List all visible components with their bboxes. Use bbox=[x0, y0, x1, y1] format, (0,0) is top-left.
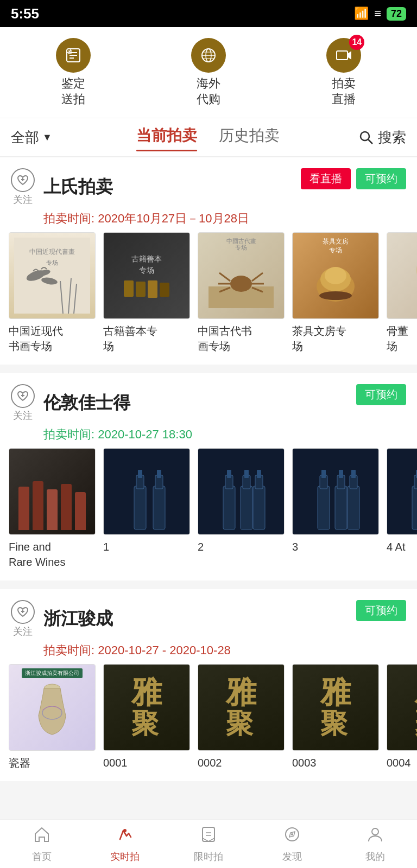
svg-text:专场: 专场 bbox=[46, 259, 58, 266]
item-image: 骨董 bbox=[387, 232, 417, 319]
svg-rect-59 bbox=[335, 486, 347, 529]
appraise-icon: 鉴 bbox=[56, 38, 91, 73]
action-live[interactable]: 14 拍卖直播 bbox=[326, 38, 361, 107]
list-item[interactable]: 骨董 骨董场 bbox=[387, 232, 417, 354]
section-zhejiang: 关注 浙江骏成 可预约 拍卖时间: 2020-10-27 - 2020-10-2… bbox=[0, 589, 417, 781]
svg-rect-44 bbox=[153, 486, 165, 529]
svg-point-35 bbox=[325, 267, 346, 284]
filter-all[interactable]: 全部 ▼ bbox=[11, 128, 52, 147]
nav-item-limited[interactable]: 限时拍 bbox=[167, 825, 250, 863]
list-item[interactable]: 中国近现代書畫 专场 bbox=[9, 232, 96, 354]
follow-heart-icon-zhejiang bbox=[11, 600, 35, 624]
nav-item-realtime[interactable]: 实时拍 bbox=[84, 825, 167, 863]
list-item[interactable]: 3 bbox=[292, 448, 379, 570]
nav-label-limited: 限时拍 bbox=[194, 850, 223, 863]
item-label: 4 At bbox=[387, 539, 417, 554]
item-image: 雅聚 bbox=[292, 664, 379, 751]
section-header-left: 关注 上氏拍卖 bbox=[11, 168, 113, 206]
section-badges-shangshi: 看直播 可预约 bbox=[301, 168, 406, 189]
nav-item-home[interactable]: 首页 bbox=[0, 825, 84, 863]
item-label: 0003 bbox=[292, 755, 379, 770]
tab-current[interactable]: 当前拍卖 bbox=[136, 125, 197, 149]
section-time-shangshi: 拍卖时间: 2020年10月27日－10月28日 bbox=[0, 210, 417, 232]
status-time: 5:55 bbox=[11, 5, 39, 22]
svg-point-75 bbox=[123, 829, 127, 832]
action-overseas[interactable]: 海外代购 bbox=[191, 38, 226, 107]
svg-rect-53 bbox=[253, 486, 265, 529]
menu-icon: ≡ bbox=[374, 7, 381, 21]
svg-point-12 bbox=[361, 132, 369, 141]
follow-zhejiang-button[interactable]: 关注 bbox=[11, 600, 35, 638]
nav-label-home: 首页 bbox=[32, 850, 52, 863]
svg-point-36 bbox=[319, 291, 352, 300]
svg-rect-49 bbox=[227, 470, 231, 478]
search-button[interactable]: 搜索 bbox=[358, 128, 406, 147]
list-item[interactable]: 茶具文房 专场 茶具文房专场 bbox=[292, 232, 379, 354]
item-label: 2 bbox=[198, 539, 285, 554]
section-header-left-zhejiang: 关注 浙江骏成 bbox=[11, 600, 113, 638]
reserve-badge-lundun[interactable]: 可预约 bbox=[356, 384, 406, 405]
follow-lundun-button[interactable]: 关注 bbox=[11, 384, 35, 422]
list-item[interactable]: 雅聚 0001 bbox=[103, 664, 190, 770]
svg-line-27 bbox=[219, 273, 230, 281]
follow-text: 关注 bbox=[13, 193, 33, 206]
section-title-zhejiang: 浙江骏成 bbox=[43, 607, 113, 631]
overseas-label: 海外代购 bbox=[197, 76, 220, 107]
svg-rect-61 bbox=[339, 470, 343, 478]
limited-icon bbox=[199, 825, 218, 848]
item-image bbox=[292, 448, 379, 535]
svg-rect-55 bbox=[257, 470, 261, 478]
nav-item-discover[interactable]: 发现 bbox=[250, 825, 334, 863]
item-image: 中国近现代書畫 专场 bbox=[9, 232, 96, 319]
list-item[interactable]: 雅聚 0003 bbox=[292, 664, 379, 770]
section-title-shangshi: 上氏拍卖 bbox=[43, 175, 113, 199]
item-image bbox=[198, 448, 285, 535]
item-image: 雅聚 bbox=[387, 664, 417, 751]
svg-rect-47 bbox=[223, 486, 235, 529]
follow-shangshi-button[interactable]: 关注 bbox=[11, 168, 35, 206]
svg-rect-52 bbox=[244, 470, 249, 478]
svg-point-26 bbox=[230, 276, 252, 292]
list-item[interactable]: Fine andRare Wines bbox=[9, 448, 96, 570]
list-item[interactable]: 雅聚 0004 bbox=[387, 664, 417, 770]
main-content: 关注 上氏拍卖 看直播 可预约 拍卖时间: 2020年10月27日－10月28日… bbox=[0, 157, 417, 844]
list-item[interactable]: 雅聚 0002 bbox=[198, 664, 285, 770]
tab-history[interactable]: 历史拍卖 bbox=[219, 125, 280, 149]
svg-rect-41 bbox=[134, 486, 146, 529]
reserve-badge-zhejiang[interactable]: 可预约 bbox=[356, 600, 406, 621]
item-label: 0001 bbox=[103, 755, 190, 770]
section-header-shangshi: 关注 上氏拍卖 看直播 可预约 bbox=[0, 157, 417, 210]
item-label: 0004 bbox=[387, 755, 417, 770]
list-item[interactable]: 古籍善本专场 古籍善本专场 bbox=[103, 232, 190, 354]
item-label: 骨董场 bbox=[387, 323, 417, 354]
item-image bbox=[103, 448, 190, 535]
reserve-badge-shangshi[interactable]: 可预约 bbox=[356, 168, 406, 189]
svg-text:鉴: 鉴 bbox=[67, 50, 72, 54]
item-label: 茶具文房专场 bbox=[292, 323, 379, 354]
svg-line-30 bbox=[252, 273, 263, 281]
live-icon: 14 bbox=[326, 38, 361, 73]
svg-rect-64 bbox=[351, 470, 356, 478]
item-image bbox=[387, 448, 417, 535]
list-item[interactable]: 4 At bbox=[387, 448, 417, 570]
svg-rect-56 bbox=[318, 486, 330, 529]
battery-indicator: 72 bbox=[387, 7, 406, 21]
list-item[interactable]: 1 bbox=[103, 448, 190, 570]
item-image: 浙江骏成拍卖有限公司 bbox=[9, 664, 96, 751]
nav-label-realtime: 实时拍 bbox=[110, 850, 140, 863]
live-badge-shangshi[interactable]: 看直播 bbox=[301, 168, 351, 189]
nav-item-mine[interactable]: 我的 bbox=[333, 825, 417, 863]
action-appraise[interactable]: 鉴 鉴定送拍 bbox=[56, 38, 91, 107]
items-scroll-shangshi: 中国近现代書畫 专场 bbox=[0, 232, 417, 354]
list-item[interactable]: 浙江骏成拍卖有限公司 瓷器 bbox=[9, 664, 96, 770]
item-image: 茶具文房 专场 bbox=[292, 232, 379, 319]
section-badges-zhejiang: 可预约 bbox=[356, 600, 406, 621]
list-item[interactable]: 中國古代畫 专场 bbox=[198, 232, 285, 354]
list-item[interactable]: 2 bbox=[198, 448, 285, 570]
svg-rect-46 bbox=[157, 470, 161, 478]
nav-label-mine: 我的 bbox=[365, 850, 385, 863]
svg-rect-65 bbox=[412, 486, 417, 529]
chevron-down-icon: ▼ bbox=[42, 132, 52, 143]
section-header-lundun: 关注 伦敦佳士得 可预约 bbox=[0, 373, 417, 426]
svg-text:中国近现代書畫: 中国近现代書畫 bbox=[29, 248, 75, 256]
